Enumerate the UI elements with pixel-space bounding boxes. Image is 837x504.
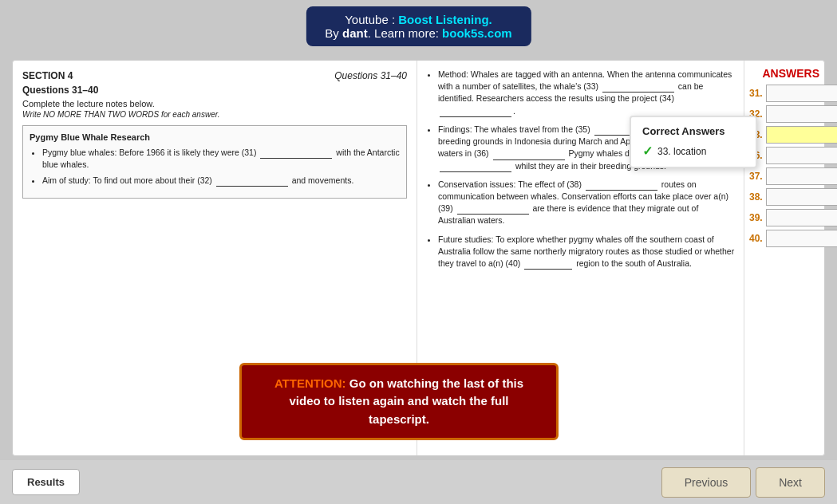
note-item-2: Aim of study: To find out more about the… — [42, 175, 400, 187]
right-text-list: Method: Whales are tagged with an antenn… — [425, 69, 736, 270]
blank-34 — [440, 116, 511, 117]
popup-title: Correct Answers — [642, 125, 744, 137]
popup-answer-33: 33. location — [657, 146, 706, 157]
questions-range: Questions 31–40 — [334, 70, 407, 81]
answer-input-32[interactable] — [766, 105, 837, 123]
blank-39 — [457, 214, 529, 215]
right-bullet-4: Future studies: To explore whether pygmy… — [438, 234, 736, 270]
note-item-1: Pygmy blue whales: Before 1966 it is lik… — [42, 147, 400, 170]
answer-row-33: 33. 📋 — [749, 126, 819, 144]
answer-input-40[interactable] — [766, 230, 837, 247]
blank-33 — [602, 92, 674, 93]
right-bullet-3: Conservation issues: The effect of (38) … — [438, 179, 736, 227]
attention-box: ATTENTION: Go on watching the last of th… — [239, 363, 559, 441]
banner-line1: Youtube : Boost Listening. — [325, 13, 511, 26]
right-bullet-1: Method: Whales are tagged with an antenn… — [438, 69, 736, 117]
blank-38 — [586, 190, 657, 191]
section-title: SECTION 4 — [22, 70, 73, 81]
next-button[interactable]: Next — [756, 467, 825, 498]
answer-row-37: 37. 📋 — [749, 167, 819, 185]
section-header: SECTION 4 Questions 31–40 — [22, 70, 407, 81]
attention-label: ATTENTION: — [274, 376, 346, 390]
correct-answers-popup: Correct Answers ✓ 33. location — [630, 116, 757, 168]
top-banner: Youtube : Boost Listening. By dant. Lear… — [306, 6, 531, 46]
popup-item-33: ✓ 33. location — [642, 144, 744, 159]
blank-37 — [440, 171, 511, 172]
instruction-main: Complete the lecture notes below. — [22, 99, 407, 108]
answer-row-31: 31. 📋 — [749, 85, 819, 102]
answer-input-36[interactable] — [766, 147, 837, 164]
bottom-bar: Results Previous Next — [0, 460, 837, 504]
answer-input-39[interactable] — [766, 209, 837, 226]
banner-prefix: Youtube : — [345, 13, 398, 26]
answer-number-37: 37. — [749, 171, 763, 182]
instruction-sub: Write NO MORE THAN TWO WORDS for each an… — [22, 110, 407, 119]
check-icon: ✓ — [642, 144, 653, 159]
notes-box: Pygmy Blue Whale Research Pygmy blue wha… — [22, 125, 407, 199]
answer-number-39: 39. — [749, 212, 763, 223]
blank-40 — [524, 269, 572, 270]
answer-input-31[interactable] — [766, 85, 837, 102]
note2-prefix: Aim of study: To find out more about the… — [42, 175, 212, 185]
notes-title: Pygmy Blue Whale Research — [30, 132, 400, 142]
answer-row-32: 32. 📋 — [749, 105, 819, 123]
answer-row-36: 36. 📋 — [749, 147, 819, 164]
questions-label: Questions 31–40 — [22, 85, 407, 96]
banner-link: book5s.com — [442, 26, 512, 40]
banner-line2: By dant. Learn more: book5s.com — [325, 26, 511, 40]
previous-button[interactable]: Previous — [661, 467, 751, 498]
banner-author: dant — [342, 26, 368, 40]
banner-by: By — [325, 26, 342, 40]
answer-row-39: 39. 📋 — [749, 209, 819, 226]
answers-title: ANSWERS — [749, 67, 819, 80]
answer-input-38[interactable] — [766, 188, 837, 206]
blank-32 — [216, 186, 288, 187]
answer-row-40: 40. 📋 — [749, 230, 819, 247]
banner-highlight: Boost Listening. — [398, 13, 492, 26]
note1-prefix: Pygmy blue whales: Before 1966 it is lik… — [42, 148, 256, 157]
blank-31 — [260, 158, 332, 159]
banner-middle: . Learn more: — [368, 26, 442, 40]
results-button[interactable]: Results — [12, 469, 80, 495]
blank-36 — [493, 159, 565, 160]
answer-number-40: 40. — [749, 233, 763, 244]
answer-number-38: 38. — [749, 191, 763, 203]
notes-list: Pygmy blue whales: Before 1966 it is lik… — [30, 147, 400, 187]
answer-input-37[interactable] — [766, 167, 837, 185]
answer-row-38: 38. 📋 — [749, 188, 819, 206]
answer-number-31: 31. — [749, 88, 763, 99]
note2-suffix: and movements. — [292, 175, 354, 185]
answer-input-33[interactable] — [766, 126, 837, 144]
